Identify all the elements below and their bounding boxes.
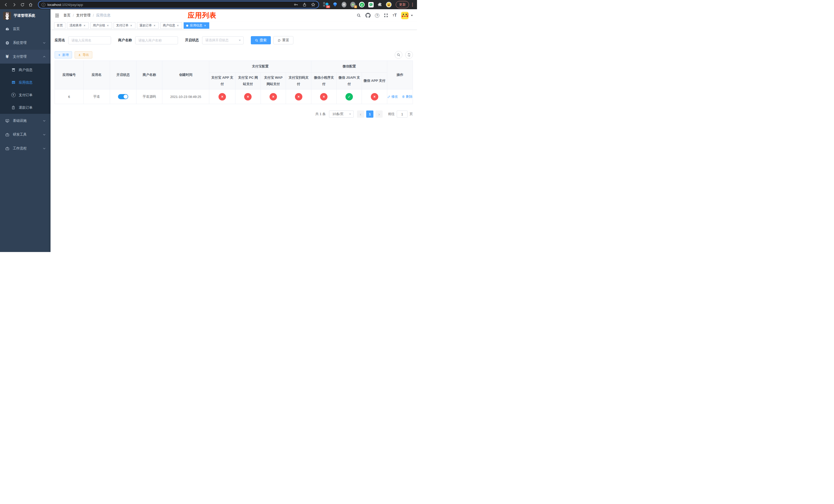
app-name-input[interactable] bbox=[68, 37, 111, 44]
chevron-up-icon bbox=[43, 56, 46, 58]
col-header-wechat-jsapi: 微信 JSAPI 支付 bbox=[336, 72, 362, 90]
col-header-create-time: 创建时间 bbox=[162, 61, 209, 90]
extension-blue-diamond-icon[interactable]: 10 bbox=[323, 2, 329, 7]
chevron-down-icon bbox=[43, 134, 46, 136]
user-avatar[interactable] bbox=[401, 12, 409, 19]
status-select[interactable]: 请选择开启状态 bbox=[202, 37, 244, 44]
sidebar-item-pay-order[interactable]: ¥ 支付订单 bbox=[0, 89, 50, 101]
merchant-name-input[interactable] bbox=[135, 37, 178, 44]
delete-link-label: 删除 bbox=[406, 94, 412, 99]
browser-forward-icon[interactable] bbox=[11, 1, 18, 8]
col-header-status: 开启状态 bbox=[110, 61, 136, 90]
export-button[interactable]: 导出 bbox=[74, 51, 92, 59]
bookmark-star-icon[interactable] bbox=[311, 2, 315, 7]
close-tab-icon[interactable]: × bbox=[106, 24, 110, 27]
page-number-button[interactable]: 1 bbox=[366, 111, 373, 118]
tab-process-form[interactable]: 流程表单× bbox=[67, 22, 89, 29]
wechat-mini-status-icon: × bbox=[320, 93, 328, 100]
sidebar-collapse-icon[interactable] bbox=[54, 13, 60, 18]
extension-balloon-icon[interactable] bbox=[332, 2, 338, 7]
sidebar-item-system[interactable]: 系统管理 bbox=[0, 36, 50, 50]
github-icon[interactable] bbox=[366, 13, 371, 18]
sidebar-item-workflow[interactable]: 工作流程 bbox=[0, 141, 50, 155]
help-icon[interactable]: ? bbox=[375, 13, 379, 18]
avatar-dropdown-caret-icon[interactable] bbox=[411, 15, 413, 16]
share-icon[interactable] bbox=[302, 3, 307, 7]
cell-app-id: 6 bbox=[55, 90, 84, 104]
extension-command-icon[interactable]: ⌘ bbox=[341, 2, 347, 7]
chevron-down-icon bbox=[43, 42, 46, 44]
extension-badge: 1 bbox=[354, 5, 357, 8]
add-button-label: 新增 bbox=[62, 53, 69, 57]
sidebar-item-payment[interactable]: ¥ 支付管理 bbox=[0, 50, 50, 64]
delete-link[interactable]: 删除 bbox=[402, 94, 412, 99]
chrome-update-button[interactable]: 更新 bbox=[396, 1, 409, 8]
sidebar-item-merchant-info[interactable]: 商户信息 bbox=[0, 64, 50, 76]
extension-profile-icon[interactable]: 1 bbox=[350, 2, 356, 7]
sidebar-item-label: 研发工具 bbox=[13, 132, 27, 137]
site-info-icon[interactable]: i bbox=[42, 3, 45, 7]
top-navbar: 首页 / 支付管理 / 应用信息 应用列表 ? bbox=[50, 9, 417, 22]
extension-chat-icon[interactable] bbox=[368, 2, 374, 7]
fullscreen-icon[interactable] bbox=[384, 13, 388, 18]
col-header-wechat-mini: 微信小程序支付 bbox=[311, 72, 337, 90]
font-size-icon[interactable]: TT bbox=[393, 13, 397, 18]
yen-icon: ¥ bbox=[5, 54, 9, 59]
next-page-button[interactable] bbox=[375, 111, 382, 118]
sidebar-item-home[interactable]: 首页 bbox=[0, 22, 50, 36]
page-size-select[interactable]: 10条/页 bbox=[329, 111, 354, 118]
refresh-table-button[interactable] bbox=[405, 51, 413, 59]
enabled-toggle[interactable] bbox=[118, 94, 128, 99]
breadcrumb-home[interactable]: 首页 bbox=[63, 13, 70, 18]
search-button[interactable]: 搜索 bbox=[251, 36, 271, 44]
close-tab-icon[interactable]: × bbox=[153, 24, 156, 27]
add-button[interactable]: 新增 bbox=[54, 51, 72, 59]
close-tab-icon[interactable]: × bbox=[176, 24, 179, 27]
sidebar-logo[interactable]: 芋道管理系统 bbox=[0, 9, 50, 22]
breadcrumb-separator: / bbox=[73, 13, 74, 18]
tab-home[interactable]: 首页 bbox=[54, 22, 65, 29]
browser-back-icon[interactable] bbox=[3, 1, 9, 8]
breadcrumb-separator: / bbox=[93, 13, 94, 18]
reset-button[interactable]: 重置 bbox=[273, 36, 293, 44]
goto-page-input[interactable] bbox=[397, 111, 408, 118]
tab-user-group[interactable]: 用户分组× bbox=[90, 22, 112, 29]
shop-icon bbox=[11, 68, 16, 72]
header-search-icon[interactable] bbox=[356, 13, 361, 18]
password-key-icon[interactable] bbox=[294, 2, 298, 7]
edit-link[interactable]: 修改 bbox=[388, 94, 398, 99]
address-bar[interactable]: i localhost:1024/pay/app bbox=[38, 1, 319, 8]
extension-emoji-face-icon[interactable] bbox=[386, 2, 392, 7]
sidebar-item-infrastructure[interactable]: 基础设施 bbox=[0, 114, 50, 128]
close-tab-icon[interactable]: × bbox=[83, 24, 86, 27]
browser-home-icon[interactable] bbox=[27, 1, 34, 8]
sidebar-item-label: 系统管理 bbox=[13, 41, 27, 45]
content-area: 首页 / 支付管理 / 应用信息 应用列表 ? bbox=[50, 9, 417, 252]
tab-merchant-info[interactable]: 商户信息× bbox=[160, 22, 182, 29]
prev-page-button[interactable] bbox=[357, 111, 364, 118]
sidebar-item-label: 支付管理 bbox=[13, 54, 27, 59]
col-header-app-id: 应用编号 bbox=[55, 61, 84, 90]
extension-yuque-icon[interactable]: y bbox=[359, 2, 365, 7]
tab-refund-order[interactable]: 退款订单× bbox=[137, 22, 159, 29]
sidebar-item-refund-order[interactable]: 退款订单 bbox=[0, 101, 50, 114]
toolbox-icon bbox=[5, 133, 9, 137]
presentation-board-icon bbox=[5, 119, 9, 123]
chevron-down-icon bbox=[43, 120, 46, 122]
breadcrumb-section[interactable]: 支付管理 bbox=[76, 13, 90, 18]
grid-table-icon bbox=[11, 80, 16, 85]
browser-chrome: i localhost:1024/pay/app 10 bbox=[0, 0, 417, 9]
close-tab-icon[interactable]: × bbox=[203, 24, 207, 27]
sidebar-item-dev-tools[interactable]: 研发工具 bbox=[0, 128, 50, 141]
tab-pay-order[interactable]: 支付订单× bbox=[114, 22, 135, 29]
sidebar-item-label: 基础设施 bbox=[13, 118, 27, 123]
show-search-toggle-button[interactable] bbox=[395, 51, 402, 59]
filter-label-status: 开启状态 bbox=[185, 38, 199, 43]
close-tab-icon[interactable]: × bbox=[130, 24, 133, 27]
tab-app-info[interactable]: 应用信息× bbox=[184, 22, 209, 29]
extensions-puzzle-icon[interactable] bbox=[377, 2, 382, 7]
chrome-menu-icon[interactable] bbox=[411, 3, 414, 6]
browser-reload-icon[interactable] bbox=[19, 1, 26, 8]
sidebar-item-app-info[interactable]: 应用信息 bbox=[0, 76, 50, 89]
page-size-value: 10条/页 bbox=[332, 112, 344, 116]
